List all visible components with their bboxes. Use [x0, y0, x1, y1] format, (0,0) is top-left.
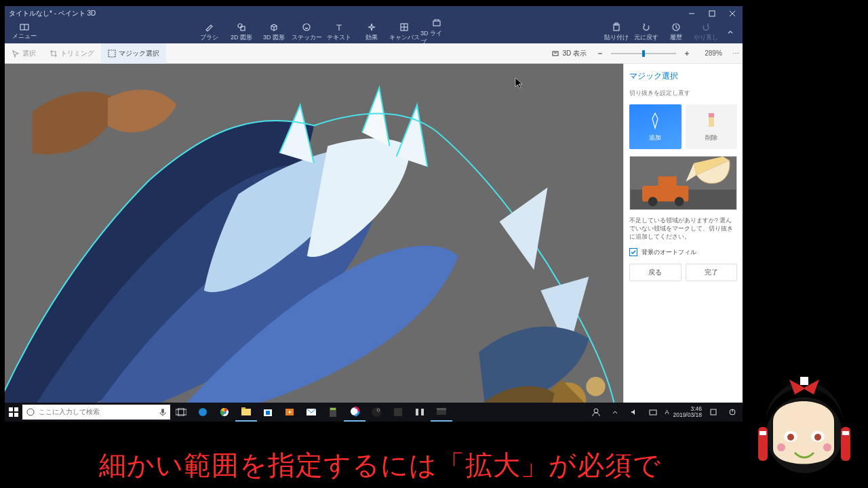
task-explorer[interactable]: [235, 403, 257, 422]
tray-power[interactable]: [725, 403, 740, 422]
svg-rect-38: [176, 409, 186, 415]
trim-tool[interactable]: トリミング: [43, 43, 101, 64]
svg-rect-46: [266, 411, 270, 415]
svg-rect-16: [108, 50, 115, 57]
tray-up[interactable]: [608, 403, 623, 422]
svg-rect-34: [9, 413, 13, 417]
sticker-icon: [302, 22, 311, 32]
text-icon: [334, 22, 344, 32]
task-paint3d[interactable]: [344, 403, 366, 422]
panel-title: マジック選択: [629, 70, 737, 82]
video-subtitle: 細かい範囲を指定するには「拡大」が必須で: [9, 447, 750, 484]
task-chrome[interactable]: [214, 403, 235, 422]
task-edge[interactable]: [192, 403, 214, 422]
svg-rect-56: [421, 409, 424, 415]
crop-icon: [50, 49, 58, 58]
search-box[interactable]: ここに入力して検索: [22, 405, 170, 420]
task-app3[interactable]: [431, 403, 452, 422]
task-app2[interactable]: [409, 403, 431, 422]
svg-rect-55: [416, 409, 418, 415]
svg-rect-65: [800, 377, 808, 385]
view3d-icon: [551, 49, 559, 58]
tool-stickers[interactable]: ステッカー: [290, 22, 323, 42]
tool-3d[interactable]: 3D 図形: [258, 22, 290, 42]
tool-brush[interactable]: ブラシ: [193, 22, 225, 42]
remove-tile[interactable]: 削除: [686, 104, 738, 149]
svg-rect-50: [330, 408, 336, 410]
tool-canvas[interactable]: キャンバス: [388, 22, 420, 42]
tray-network[interactable]: [646, 403, 660, 422]
start-button[interactable]: [5, 403, 22, 422]
task-calc[interactable]: [322, 403, 344, 422]
svg-point-8: [303, 24, 310, 30]
menu-button[interactable]: メニュー: [5, 24, 44, 41]
tray-clock[interactable]: 3:46 2019/03/18: [673, 406, 702, 418]
tool-history[interactable]: 履歴: [661, 22, 691, 42]
svg-rect-32: [9, 407, 13, 411]
sub-toolbar: 選択 トリミング マジック選択 3D 表示 289% ⋯: [5, 43, 743, 64]
expand-ribbon-button[interactable]: [721, 23, 740, 42]
svg-point-23: [586, 377, 605, 396]
shapes2d-icon: [237, 22, 246, 32]
add-tile[interactable]: 追加: [629, 104, 682, 149]
view3d-button[interactable]: 3D 表示: [545, 43, 593, 64]
task-app1[interactable]: [387, 403, 409, 422]
task-media[interactable]: [279, 403, 300, 422]
task-steam[interactable]: [366, 403, 387, 422]
select-tool[interactable]: 選択: [5, 43, 43, 64]
magic-select-tool[interactable]: マジック選択: [101, 43, 166, 64]
tool-paste[interactable]: 貼り付け: [601, 22, 631, 42]
svg-rect-1: [709, 11, 715, 16]
more-button[interactable]: ⋯: [729, 49, 743, 57]
svg-point-29: [648, 197, 658, 206]
panel-illustration: [629, 156, 737, 210]
autofill-checkbox[interactable]: 背景のオートフィル: [629, 248, 737, 257]
select-icon: [12, 49, 20, 58]
svg-rect-44: [241, 407, 245, 409]
side-panel: マジック選択 切り抜きを設定し直す 追加 削除: [623, 64, 743, 403]
canvas-area[interactable]: [5, 64, 623, 403]
main-area: マジック選択 切り抜きを設定し直す 追加 削除: [5, 64, 743, 403]
zoom-slider[interactable]: [611, 53, 676, 54]
tray-volume[interactable]: [627, 403, 642, 422]
zoom-out-button[interactable]: [593, 47, 607, 60]
tool-redo: やり直し: [691, 22, 721, 42]
zoom-in-button[interactable]: [680, 47, 694, 60]
done-button[interactable]: 完了: [686, 264, 738, 281]
minimize-button[interactable]: [682, 6, 702, 21]
svg-rect-58: [437, 408, 446, 410]
svg-rect-12: [433, 21, 440, 26]
shapes3d-icon: [269, 22, 279, 32]
tool-3dlib[interactable]: 3D ライブ...: [420, 18, 453, 47]
maximize-button[interactable]: [702, 6, 722, 21]
tool-undo[interactable]: 元に戻す: [631, 22, 661, 42]
tool-text[interactable]: テキスト: [323, 22, 355, 42]
svg-rect-24: [709, 113, 714, 117]
tool-2d[interactable]: 2D 図形: [225, 22, 258, 42]
svg-rect-54: [394, 408, 402, 416]
tray-notif[interactable]: [706, 403, 721, 422]
tray-people[interactable]: [589, 403, 604, 422]
lib3d-icon: [432, 18, 441, 28]
svg-rect-31: [658, 176, 676, 187]
svg-rect-17: [553, 52, 558, 56]
cortana-icon: [26, 408, 35, 416]
undo-icon: [642, 22, 651, 32]
brush-icon: [204, 22, 214, 32]
tool-effects[interactable]: 効果: [355, 22, 388, 42]
close-button[interactable]: [722, 6, 743, 21]
svg-point-73: [814, 434, 821, 441]
svg-rect-25: [709, 117, 714, 127]
zoom-control: 289%: [593, 47, 729, 60]
svg-point-74: [777, 443, 785, 451]
tray-ime[interactable]: A: [665, 409, 669, 415]
zoom-percent: 289%: [698, 49, 729, 57]
task-mail[interactable]: [300, 403, 322, 422]
svg-point-52: [372, 407, 381, 417]
taskview-button[interactable]: [170, 403, 192, 422]
redo-icon: [701, 22, 711, 32]
cursor-icon: [515, 77, 524, 89]
back-button[interactable]: 戻る: [629, 264, 682, 281]
window-title: タイトルなし* - ペイント 3D: [5, 9, 682, 18]
task-store[interactable]: [257, 403, 279, 422]
